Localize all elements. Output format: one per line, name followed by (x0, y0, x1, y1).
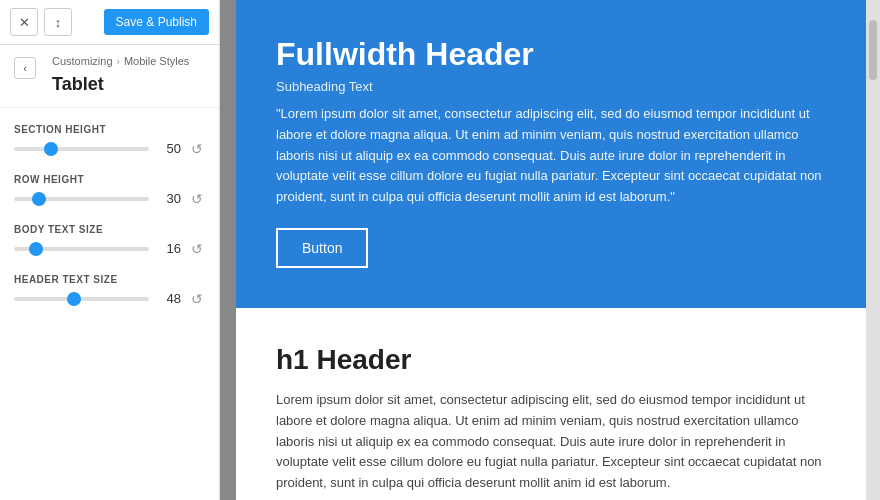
body-text-size-label: BODY TEXT SIZE (14, 224, 205, 235)
row-height-reset[interactable]: ↺ (189, 192, 205, 206)
sort-icon: ↕ (55, 15, 62, 30)
scrollbar-thumb[interactable] (869, 20, 877, 80)
preview-white-section: h1 Header Lorem ipsum dolor sit amet, co… (236, 308, 866, 500)
preview-button[interactable]: Button (276, 228, 368, 268)
save-publish-button[interactable]: Save & Publish (104, 9, 209, 35)
toolbar: ✕ ↕ Save & Publish (0, 0, 219, 45)
section-height-label: SECTION HEIGHT (14, 124, 205, 135)
panel-title: Tablet (52, 70, 189, 103)
header-text-size-reset[interactable]: ↺ (189, 292, 205, 306)
header-text-size-control: HEADER TEXT SIZE 48 ↺ (14, 274, 205, 306)
body-text-size-value: 16 (157, 241, 181, 256)
header-text-size-value: 48 (157, 291, 181, 306)
left-chrome (220, 0, 236, 500)
preview-white-body-text: Lorem ipsum dolor sit amet, consectetur … (276, 390, 826, 494)
body-text-size-reset[interactable]: ↺ (189, 242, 205, 256)
row-height-control: ROW HEIGHT 30 ↺ (14, 174, 205, 206)
back-icon: ‹ (23, 62, 27, 74)
row-height-label: ROW HEIGHT (14, 174, 205, 185)
section-height-slider[interactable] (14, 147, 149, 151)
body-text-size-control: BODY TEXT SIZE 16 ↺ (14, 224, 205, 256)
breadcrumb: Customizing › Mobile Styles (52, 55, 189, 67)
header-text-size-slider[interactable] (14, 297, 149, 301)
section-height-control: SECTION HEIGHT 50 ↺ (14, 124, 205, 156)
body-text-size-row: 16 ↺ (14, 241, 205, 256)
row-height-value: 30 (157, 191, 181, 206)
section-height-value: 50 (157, 141, 181, 156)
close-icon: ✕ (19, 15, 30, 30)
breadcrumb-separator: › (117, 56, 120, 67)
breadcrumb-parent: Customizing (52, 55, 113, 67)
body-text-size-slider[interactable] (14, 247, 149, 251)
section-height-reset[interactable]: ↺ (189, 142, 205, 156)
sort-button[interactable]: ↕ (44, 8, 72, 36)
back-button[interactable]: ‹ (14, 57, 36, 79)
breadcrumb-child: Mobile Styles (124, 55, 189, 67)
close-button[interactable]: ✕ (10, 8, 38, 36)
header-text-size-row: 48 ↺ (14, 291, 205, 306)
left-panel: ✕ ↕ Save & Publish ‹ Customizing › Mobil… (0, 0, 220, 500)
scrollbar[interactable] (866, 0, 880, 500)
header-text-size-label: HEADER TEXT SIZE (14, 274, 205, 285)
row-height-slider[interactable] (14, 197, 149, 201)
right-panel: Fullwidth Header Subheading Text "Lorem … (220, 0, 880, 500)
breadcrumb-section: ‹ Customizing › Mobile Styles Tablet (0, 45, 219, 108)
preview-subheading: Subheading Text (276, 79, 826, 94)
section-height-row: 50 ↺ (14, 141, 205, 156)
preview-blue-body-text: "Lorem ipsum dolor sit amet, consectetur… (276, 104, 826, 208)
controls-section: SECTION HEIGHT 50 ↺ ROW HEIGHT 30 ↺ BODY… (0, 108, 219, 322)
preview-h1-header: h1 Header (276, 344, 826, 376)
preview-container: Fullwidth Header Subheading Text "Lorem … (236, 0, 866, 500)
preview-blue-section: Fullwidth Header Subheading Text "Lorem … (236, 0, 866, 308)
preview-fullwidth-header-title: Fullwidth Header (276, 36, 826, 73)
row-height-row: 30 ↺ (14, 191, 205, 206)
